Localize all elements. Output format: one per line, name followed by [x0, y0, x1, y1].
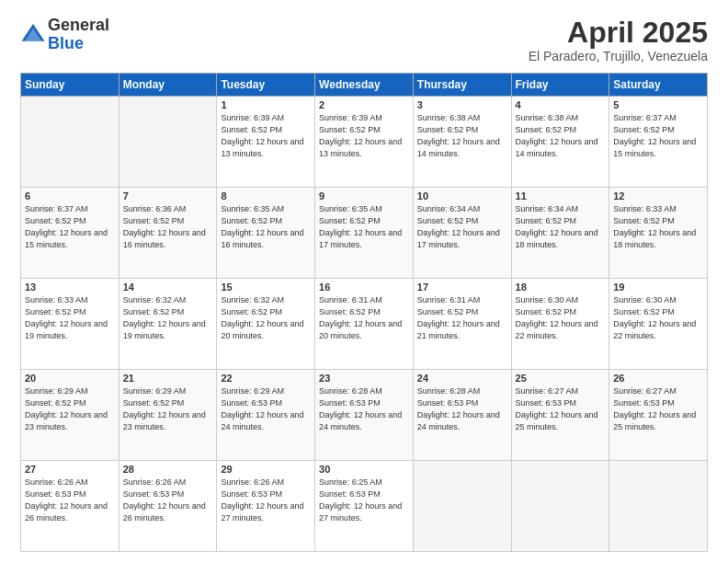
day-info: Sunrise: 6:26 AM Sunset: 6:53 PM Dayligh… [123, 477, 213, 524]
table-cell: 21Sunrise: 6:29 AM Sunset: 6:52 PM Dayli… [119, 370, 217, 461]
title-block: April 2025 El Paradero, Trujillo, Venezu… [529, 17, 708, 63]
table-cell: 24Sunrise: 6:28 AM Sunset: 6:53 PM Dayli… [413, 370, 511, 461]
day-info: Sunrise: 6:37 AM Sunset: 6:52 PM Dayligh… [613, 112, 703, 160]
day-number: 26 [613, 373, 703, 384]
day-number: 5 [613, 99, 703, 110]
table-cell: 3Sunrise: 6:38 AM Sunset: 6:52 PM Daylig… [413, 97, 511, 188]
table-cell: 5Sunrise: 6:37 AM Sunset: 6:52 PM Daylig… [609, 97, 708, 188]
table-cell [609, 461, 708, 552]
day-number: 29 [221, 464, 311, 475]
day-info: Sunrise: 6:29 AM Sunset: 6:52 PM Dayligh… [123, 385, 213, 433]
month-title: April 2025 [529, 17, 708, 49]
day-info: Sunrise: 6:36 AM Sunset: 6:52 PM Dayligh… [123, 203, 213, 251]
table-cell: 18Sunrise: 6:30 AM Sunset: 6:52 PM Dayli… [511, 279, 609, 370]
day-info: Sunrise: 6:27 AM Sunset: 6:53 PM Dayligh… [516, 385, 606, 433]
day-info: Sunrise: 6:34 AM Sunset: 6:52 PM Dayligh… [516, 203, 606, 251]
calendar-week-5: 27Sunrise: 6:26 AM Sunset: 6:53 PM Dayli… [21, 461, 708, 552]
table-cell: 19Sunrise: 6:30 AM Sunset: 6:52 PM Dayli… [609, 279, 708, 370]
table-cell: 20Sunrise: 6:29 AM Sunset: 6:52 PM Dayli… [21, 370, 119, 461]
table-cell: 4Sunrise: 6:38 AM Sunset: 6:52 PM Daylig… [511, 97, 609, 188]
table-cell: 12Sunrise: 6:33 AM Sunset: 6:52 PM Dayli… [609, 188, 708, 279]
table-cell: 9Sunrise: 6:35 AM Sunset: 6:52 PM Daylig… [315, 188, 414, 279]
day-number: 8 [221, 190, 311, 201]
day-info: Sunrise: 6:28 AM Sunset: 6:53 PM Dayligh… [319, 385, 409, 433]
logo-general-text: General [48, 16, 109, 34]
day-number: 4 [516, 99, 606, 110]
table-cell: 1Sunrise: 6:39 AM Sunset: 6:52 PM Daylig… [217, 97, 315, 188]
day-number: 6 [25, 190, 115, 201]
logo: General Blue [20, 17, 109, 53]
day-info: Sunrise: 6:32 AM Sunset: 6:52 PM Dayligh… [123, 294, 213, 342]
table-cell: 28Sunrise: 6:26 AM Sunset: 6:53 PM Dayli… [119, 461, 217, 552]
col-saturday: Saturday [609, 74, 708, 97]
day-info: Sunrise: 6:26 AM Sunset: 6:53 PM Dayligh… [221, 477, 311, 524]
day-info: Sunrise: 6:33 AM Sunset: 6:52 PM Dayligh… [613, 203, 703, 251]
calendar-week-4: 20Sunrise: 6:29 AM Sunset: 6:52 PM Dayli… [21, 370, 708, 461]
day-info: Sunrise: 6:38 AM Sunset: 6:52 PM Dayligh… [417, 112, 507, 160]
table-cell: 27Sunrise: 6:26 AM Sunset: 6:53 PM Dayli… [21, 461, 119, 552]
day-info: Sunrise: 6:33 AM Sunset: 6:52 PM Dayligh… [25, 294, 115, 342]
day-number: 13 [25, 282, 115, 293]
day-number: 14 [123, 282, 213, 293]
table-cell: 7Sunrise: 6:36 AM Sunset: 6:52 PM Daylig… [119, 188, 217, 279]
day-number: 15 [221, 282, 311, 293]
day-info: Sunrise: 6:25 AM Sunset: 6:53 PM Dayligh… [319, 477, 409, 524]
table-cell [511, 461, 609, 552]
logo-blue-text: Blue [48, 34, 84, 52]
calendar-week-1: 1Sunrise: 6:39 AM Sunset: 6:52 PM Daylig… [21, 97, 708, 188]
location: El Paradero, Trujillo, Venezuela [529, 49, 708, 63]
day-info: Sunrise: 6:30 AM Sunset: 6:52 PM Dayligh… [613, 294, 703, 342]
day-number: 19 [613, 282, 703, 293]
day-number: 21 [123, 373, 213, 384]
col-thursday: Thursday [413, 74, 511, 97]
day-number: 16 [319, 282, 409, 293]
day-number: 30 [319, 464, 409, 475]
table-cell: 10Sunrise: 6:34 AM Sunset: 6:52 PM Dayli… [413, 188, 511, 279]
col-monday: Monday [119, 74, 217, 97]
col-friday: Friday [511, 74, 609, 97]
day-info: Sunrise: 6:31 AM Sunset: 6:52 PM Dayligh… [417, 294, 507, 342]
table-cell: 6Sunrise: 6:37 AM Sunset: 6:52 PM Daylig… [21, 188, 119, 279]
table-cell: 17Sunrise: 6:31 AM Sunset: 6:52 PM Dayli… [413, 279, 511, 370]
day-info: Sunrise: 6:35 AM Sunset: 6:52 PM Dayligh… [319, 203, 409, 251]
day-number: 25 [516, 373, 606, 384]
table-cell: 25Sunrise: 6:27 AM Sunset: 6:53 PM Dayli… [511, 370, 609, 461]
logo-icon [20, 21, 46, 47]
day-number: 24 [417, 373, 507, 384]
table-cell: 14Sunrise: 6:32 AM Sunset: 6:52 PM Dayli… [119, 279, 217, 370]
day-info: Sunrise: 6:32 AM Sunset: 6:52 PM Dayligh… [221, 294, 311, 342]
day-number: 23 [319, 373, 409, 384]
table-cell: 2Sunrise: 6:39 AM Sunset: 6:52 PM Daylig… [315, 97, 414, 188]
col-tuesday: Tuesday [217, 74, 315, 97]
table-cell [21, 97, 119, 188]
day-info: Sunrise: 6:26 AM Sunset: 6:53 PM Dayligh… [25, 477, 115, 524]
day-info: Sunrise: 6:30 AM Sunset: 6:52 PM Dayligh… [516, 294, 606, 342]
page: General Blue April 2025 El Paradero, Tru… [0, 0, 728, 563]
day-info: Sunrise: 6:35 AM Sunset: 6:52 PM Dayligh… [221, 203, 311, 251]
table-cell: 13Sunrise: 6:33 AM Sunset: 6:52 PM Dayli… [21, 279, 119, 370]
table-cell: 8Sunrise: 6:35 AM Sunset: 6:52 PM Daylig… [217, 188, 315, 279]
day-number: 10 [417, 190, 507, 201]
day-info: Sunrise: 6:29 AM Sunset: 6:53 PM Dayligh… [221, 385, 311, 433]
day-number: 7 [123, 190, 213, 201]
day-number: 9 [319, 190, 409, 201]
table-cell: 30Sunrise: 6:25 AM Sunset: 6:53 PM Dayli… [315, 461, 414, 552]
table-cell: 22Sunrise: 6:29 AM Sunset: 6:53 PM Dayli… [217, 370, 315, 461]
day-number: 12 [613, 190, 703, 201]
day-number: 2 [319, 99, 409, 110]
table-cell: 26Sunrise: 6:27 AM Sunset: 6:53 PM Dayli… [609, 370, 708, 461]
day-info: Sunrise: 6:38 AM Sunset: 6:52 PM Dayligh… [516, 112, 606, 160]
day-number: 1 [221, 99, 311, 110]
day-info: Sunrise: 6:28 AM Sunset: 6:53 PM Dayligh… [417, 385, 507, 433]
table-cell [119, 97, 217, 188]
day-info: Sunrise: 6:37 AM Sunset: 6:52 PM Dayligh… [25, 203, 115, 251]
table-cell: 29Sunrise: 6:26 AM Sunset: 6:53 PM Dayli… [217, 461, 315, 552]
table-cell: 11Sunrise: 6:34 AM Sunset: 6:52 PM Dayli… [511, 188, 609, 279]
day-info: Sunrise: 6:29 AM Sunset: 6:52 PM Dayligh… [25, 385, 115, 433]
calendar-table: Sunday Monday Tuesday Wednesday Thursday… [20, 73, 708, 552]
day-info: Sunrise: 6:39 AM Sunset: 6:52 PM Dayligh… [319, 112, 409, 160]
table-cell: 15Sunrise: 6:32 AM Sunset: 6:52 PM Dayli… [217, 279, 315, 370]
table-cell [413, 461, 511, 552]
day-number: 27 [25, 464, 115, 475]
col-wednesday: Wednesday [315, 74, 414, 97]
